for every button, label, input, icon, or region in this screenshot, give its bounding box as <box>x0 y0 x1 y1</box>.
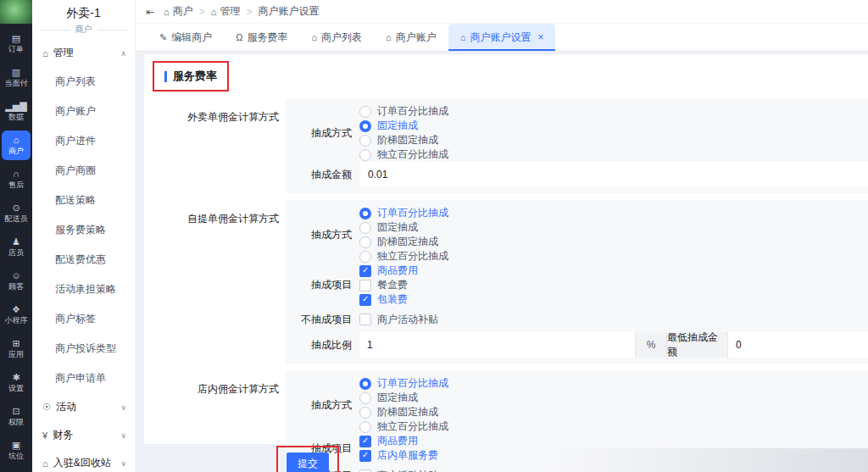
tab[interactable]: ⌂ 商户账户设置 × <box>448 24 556 51</box>
rail-item[interactable]: ▥ 当面付 <box>2 63 31 92</box>
sidebar-item[interactable]: 商户账户 <box>32 97 135 126</box>
checkbox-option[interactable]: 商品费用 <box>359 434 438 448</box>
rail-item[interactable]: ✱ 设置 <box>2 368 31 397</box>
rail-item[interactable]: ▤ 订单 <box>2 29 31 58</box>
sidebar-item[interactable]: 服务费策略 <box>32 215 135 245</box>
rail-item[interactable]: ▣ 坑位 <box>2 436 31 465</box>
breadcrumb-item-account-settings: 商户账户设置 <box>258 4 319 19</box>
settings-card: 服务费率 外卖单佣金计算方式 抽成方式 订单百分比抽成 <box>144 54 868 444</box>
rail-item[interactable]: ⊙ 配送员 <box>2 198 31 228</box>
rail-item[interactable]: ☺ 顾客 <box>2 266 31 296</box>
checkbox-label: 商品费用 <box>377 264 418 278</box>
sidebar-item[interactable]: 商户商圈 <box>32 156 135 186</box>
radio-option[interactable]: 固定抽成 <box>359 220 448 235</box>
radio-option[interactable]: 固定抽成 <box>359 391 448 405</box>
tab[interactable]: Ω 服务费率 <box>224 24 299 51</box>
tab[interactable]: ⌂ 商户账户 <box>374 24 448 51</box>
rail-item[interactable]: ⊞ 应用 <box>2 334 31 364</box>
commission-ratio-input[interactable] <box>359 332 635 358</box>
rail-item[interactable]: ♟ 店员 <box>2 232 31 262</box>
rail-item-icon: ▂▅▇ <box>5 101 26 111</box>
sidebar-item[interactable]: 配送费优惠 <box>32 245 135 275</box>
radio-label: 订单百分比抽成 <box>377 376 448 391</box>
sidebar-item-label: 商户进件 <box>55 135 96 147</box>
commission-amount-input[interactable] <box>359 162 868 187</box>
sidebar-group[interactable]: ¥ 财务 ∨ <box>32 421 135 449</box>
radio-dot <box>359 149 371 161</box>
shop-icon: ⌂ <box>164 7 170 17</box>
sidebar-group-label: 活动 <box>56 400 76 414</box>
radio-group: 订单百分比抽成 固定抽成 阶梯固定抽成 独立百分比抽成 <box>359 206 470 264</box>
radio-option[interactable]: 订单百分比抽成 <box>359 104 448 119</box>
checkbox-option[interactable]: 餐盒费 <box>359 278 418 292</box>
rail-item[interactable]: ❖ 小程序 <box>2 300 31 330</box>
radio-option[interactable]: 阶梯固定抽成 <box>359 405 448 419</box>
radio-option[interactable]: 阶梯固定抽成 <box>359 133 448 147</box>
close-icon[interactable]: × <box>537 31 543 43</box>
sidebar-group[interactable]: ☉ 活动 ∨ <box>32 393 135 421</box>
radio-option[interactable]: 独立百分比抽成 <box>359 249 448 264</box>
checkbox-option[interactable]: 商户活动补贴 <box>359 313 438 327</box>
submit-button[interactable]: 提交 <box>287 453 329 472</box>
tab-icon: ⌂ <box>311 32 317 42</box>
radio-dot <box>359 120 371 132</box>
checkbox-option[interactable]: 包装费 <box>359 292 418 307</box>
sidebar-item[interactable]: 配送策略 <box>32 186 135 215</box>
page-content: 服务费率 外卖单佣金计算方式 抽成方式 订单百分比抽成 <box>136 52 868 472</box>
rail-item-icon: ⌂ <box>14 135 19 145</box>
collapse-sidebar-icon[interactable]: ⇤ <box>146 6 154 18</box>
radio-option[interactable]: 独立百分比抽成 <box>359 147 448 162</box>
sidebar-item[interactable]: 商户标签 <box>32 304 135 334</box>
sidebar-item[interactable]: 活动承担策略 <box>32 275 135 304</box>
radio-option[interactable]: 订单百分比抽成 <box>359 376 448 391</box>
checkbox-option[interactable]: 商户活动补贴 <box>359 469 438 472</box>
icon-rail: ▤ 订单 ▥ 当面付 ▂▅▇ 数据 ⌂ 商户 ∩ 售后 ⊙ 配送员 ♟ 店员 <box>0 0 32 472</box>
radio-label: 独立百分比抽成 <box>377 249 448 264</box>
tab-label: 商户列表 <box>321 31 362 45</box>
rail-item[interactable]: ∩ 售后 <box>2 164 31 194</box>
breadcrumb-label: 商户账户设置 <box>258 4 319 19</box>
rail-item-icon: ⊙ <box>12 203 19 213</box>
checkbox-option[interactable]: 店内单服务费 <box>359 448 438 463</box>
sidebar-item-label: 服务费策略 <box>55 224 106 236</box>
rail-item-label: 售后 <box>8 180 24 190</box>
sidebar-item[interactable]: 商户申请单 <box>32 364 135 393</box>
rail-item[interactable]: ⊡ 权限 <box>2 402 31 431</box>
radio-label: 阶梯固定抽成 <box>377 133 438 147</box>
rail-item[interactable]: ▂▅▇ 数据 <box>2 97 31 126</box>
tab-icon: ⌂ <box>460 32 466 42</box>
checkbox-box <box>359 294 371 306</box>
radio-option[interactable]: 阶梯固定抽成 <box>359 235 448 249</box>
radio-dot <box>359 378 371 390</box>
min-amount-input[interactable] <box>727 332 868 358</box>
breadcrumb: ⇤ ⌂ 商户 > ⌂ 管理 > 商户账户设置 <box>136 0 868 24</box>
tab-bar: ✎ 编辑商户 Ω 服务费率 ⌂ 商户列表 ⌂ 商户账户 ⌂ 商户账户设置 × <box>136 24 868 52</box>
rail-item-label: 权限 <box>8 418 24 427</box>
tab[interactable]: ⌂ 商户列表 <box>299 24 374 51</box>
checkbox-label: 店内单服务费 <box>377 448 438 463</box>
checkbox-box <box>359 280 371 292</box>
radio-option[interactable]: 独立百分比抽成 <box>359 419 448 434</box>
radio-group: 订单百分比抽成 固定抽成 阶梯固定抽成 独立百分比抽成 <box>359 376 470 434</box>
radio-label: 阶梯固定抽成 <box>377 405 438 419</box>
sidebar-group-admin[interactable]: ⌂ 管理 ∧ <box>32 39 135 67</box>
sidebar-group[interactable]: ⌂ 入驻&回收站 ∨ <box>32 449 135 472</box>
form-row-label: 自提单佣金计算方式 <box>161 200 286 364</box>
tab[interactable]: ✎ 编辑商户 <box>147 24 224 51</box>
checkbox-group: 商户活动补贴 <box>359 313 459 327</box>
radio-option[interactable]: 订单百分比抽成 <box>359 206 448 220</box>
radio-label: 订单百分比抽成 <box>377 206 448 220</box>
checkbox-option[interactable]: 商品费用 <box>359 264 418 278</box>
method-row: 抽成方式 订单百分比抽成 固定抽成 <box>286 206 868 264</box>
sidebar-item-label: 配送策略 <box>55 194 96 206</box>
radio-option[interactable]: 固定抽成 <box>359 119 448 133</box>
sidebar-item[interactable]: 商户投诉类型 <box>32 334 135 364</box>
merchant-logo[interactable] <box>0 0 32 24</box>
breadcrumb-item-merchant[interactable]: ⌂ 商户 <box>164 4 193 19</box>
sidebar-item-label: 商户账户 <box>55 105 96 117</box>
sidebar-item[interactable]: 商户进件 <box>32 126 135 156</box>
breadcrumb-item-admin[interactable]: ⌂ 管理 <box>211 4 241 19</box>
sidebar-item[interactable]: 商户列表 <box>32 67 135 97</box>
radio-group: 订单百分比抽成 固定抽成 阶梯固定抽成 独立百分比抽成 <box>359 104 470 162</box>
rail-item[interactable]: ⌂ 商户 <box>2 130 31 160</box>
